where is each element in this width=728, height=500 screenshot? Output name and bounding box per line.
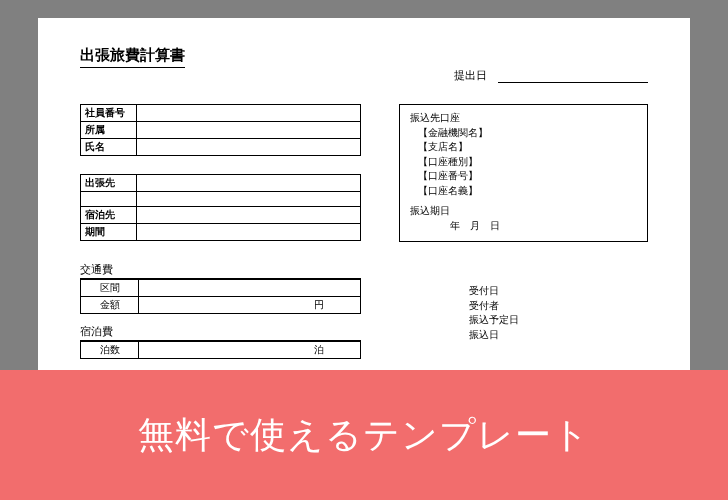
submission-date-line [498, 71, 648, 83]
transport-section-label: 区間 [81, 280, 139, 297]
lodging-section-header: 宿泊費 [80, 324, 361, 341]
trip-dest-value [137, 175, 361, 192]
employee-id-value [137, 105, 361, 122]
trip-dest-label: 出張先 [81, 175, 137, 192]
employee-table: 社員番号 所属 氏名 [80, 104, 361, 156]
trip-table-2: 宿泊先 期間 [80, 206, 361, 241]
trip-stay-label: 宿泊先 [81, 207, 137, 224]
lodging-table: 泊数 泊 [80, 341, 361, 359]
transfer-date-label: 振込日 [469, 328, 648, 343]
employee-id-label: 社員番号 [81, 105, 137, 122]
transport-section-value [139, 280, 361, 297]
employee-name-label: 氏名 [81, 139, 137, 156]
table-row: 社員番号 [81, 105, 361, 122]
table-row: 出張先 [81, 175, 361, 192]
bank-account-name: 【口座名義】 [410, 184, 637, 199]
bank-due-label: 振込期日 [410, 204, 637, 219]
transport-table: 区間 金額 円 [80, 279, 361, 314]
bank-account-number: 【口座番号】 [410, 169, 637, 184]
table-row: 宿泊先 [81, 207, 361, 224]
receipt-date-label: 受付日 [469, 284, 648, 299]
employee-dept-label: 所属 [81, 122, 137, 139]
template-page: 出張旅費計算書 提出日 社員番号 所属 氏名 [38, 18, 690, 370]
table-row: 所属 [81, 122, 361, 139]
trip-dest-value-2 [137, 192, 361, 207]
table-row: 氏名 [81, 139, 361, 156]
submission-date-label: 提出日 [454, 68, 487, 83]
table-row [81, 192, 361, 207]
table-row: 金額 円 [81, 297, 361, 314]
scheduled-transfer-date-label: 振込予定日 [469, 313, 648, 328]
bank-header: 振込先口座 [410, 111, 637, 126]
bank-institution: 【金融機関名】 [410, 126, 637, 141]
lodging-nights-value: 泊 [139, 342, 361, 359]
trip-period-label: 期間 [81, 224, 137, 241]
promo-banner-text: 無料で使えるテンプレート [138, 411, 590, 460]
employee-name-value [137, 139, 361, 156]
submission-date-field: 提出日 [454, 68, 648, 83]
trip-table: 出張先 [80, 174, 361, 207]
bank-due-value: 年 月 日 [410, 219, 637, 234]
receipt-labels: 受付日 受付者 振込予定日 振込日 [399, 284, 648, 342]
table-row: 区間 [81, 280, 361, 297]
transport-section-header: 交通費 [80, 262, 361, 279]
trip-stay-value [137, 207, 361, 224]
bank-account-box: 振込先口座 【金融機関名】 【支店名】 【口座種別】 【口座番号】 【口座名義】… [399, 104, 648, 242]
transport-amount-value: 円 [139, 297, 361, 314]
document-title: 出張旅費計算書 [80, 46, 185, 68]
employee-dept-value [137, 122, 361, 139]
promo-banner: 無料で使えるテンプレート [0, 370, 728, 500]
bank-branch: 【支店名】 [410, 140, 637, 155]
table-row: 期間 [81, 224, 361, 241]
document-preview-viewport: 出張旅費計算書 提出日 社員番号 所属 氏名 [0, 0, 728, 370]
lodging-nights-label: 泊数 [81, 342, 139, 359]
bank-account-type: 【口座種別】 [410, 155, 637, 170]
receipt-by-label: 受付者 [469, 299, 648, 314]
trip-period-value [137, 224, 361, 241]
table-row: 泊数 泊 [81, 342, 361, 359]
transport-amount-label: 金額 [81, 297, 139, 314]
